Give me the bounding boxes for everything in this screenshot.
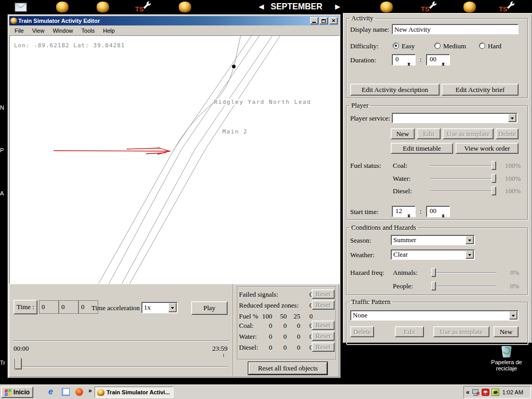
window-train-icon bbox=[10, 18, 17, 24]
menu-tools[interactable]: Tools bbox=[82, 28, 95, 34]
diesel-slider-track[interactable] bbox=[430, 191, 497, 192]
reset-coal-button[interactable]: Reset bbox=[312, 321, 335, 330]
time-hours-box[interactable]: 0 bbox=[39, 300, 59, 314]
difficulty-hard-radio[interactable] bbox=[479, 43, 485, 49]
network-disconnected-icon[interactable]: ✕ bbox=[472, 389, 480, 396]
route-map-canvas[interactable]: Lon: -89.62182 Lat: 39.84281 Ridgley Yar… bbox=[9, 35, 340, 286]
train-app-icon[interactable] bbox=[463, 2, 476, 12]
quick-launch-icon-2[interactable] bbox=[62, 388, 70, 396]
windows-logo-icon bbox=[5, 389, 12, 396]
ts-wrench-icon[interactable]: TS bbox=[421, 1, 436, 12]
play-button[interactable]: Play bbox=[191, 301, 228, 315]
divider bbox=[14, 340, 230, 341]
dropdown-button[interactable] bbox=[508, 114, 516, 122]
start-button[interactable]: Inicio bbox=[1, 387, 33, 398]
recycle-bin[interactable]: Papelera de reciclaje bbox=[483, 344, 530, 371]
dropdown-button[interactable] bbox=[466, 250, 474, 259]
coal-slider-track[interactable] bbox=[430, 165, 497, 166]
difficulty-medium-radio[interactable] bbox=[434, 43, 441, 49]
traffic-legend: Traffic Pattern bbox=[350, 298, 392, 306]
ie-quick-launch-icon[interactable]: e bbox=[48, 387, 53, 396]
people-slider-thumb[interactable] bbox=[431, 282, 436, 290]
reset-reduced-speed-button[interactable]: Reset bbox=[312, 300, 335, 310]
antivirus-icon[interactable]: ☂ bbox=[482, 389, 489, 396]
timeline-slider-thumb[interactable] bbox=[15, 355, 22, 369]
time-acceleration-select[interactable]: 1x bbox=[141, 302, 178, 313]
time-minutes-box[interactable]: 0 bbox=[59, 300, 78, 314]
animals-slider-track[interactable] bbox=[430, 272, 497, 273]
difficulty-easy-radio[interactable] bbox=[393, 43, 399, 49]
water-slider-thumb[interactable] bbox=[491, 174, 496, 183]
people-slider-track[interactable] bbox=[430, 286, 497, 287]
player-edit-button[interactable]: Edit bbox=[417, 128, 441, 139]
calendar-next-arrow[interactable]: ▶ bbox=[335, 3, 340, 10]
chevron-down-icon bbox=[512, 315, 515, 318]
menu-window[interactable]: Window bbox=[52, 28, 73, 34]
minimize-button[interactable] bbox=[310, 17, 318, 24]
spin-down-button[interactable] bbox=[407, 64, 415, 74]
title-bar[interactable]: Train Simulator Activity Editor ✕ bbox=[9, 16, 339, 25]
reset-diesel-button[interactable]: Reset bbox=[312, 342, 335, 352]
mail-icon[interactable] bbox=[15, 3, 27, 12]
ts-wrench-icon[interactable]: TS bbox=[135, 1, 151, 12]
duration-hours-spinner[interactable]: 0 bbox=[392, 54, 416, 65]
quick-launch-overflow-chevron[interactable]: » bbox=[88, 387, 92, 394]
coal-0: 0 bbox=[299, 322, 313, 330]
traffic-groupbox: Traffic Pattern bbox=[346, 298, 528, 344]
clock[interactable]: 1:02 AM bbox=[502, 389, 523, 395]
train-app-icon[interactable] bbox=[56, 2, 69, 12]
dropdown-button[interactable] bbox=[466, 236, 474, 244]
menu-view[interactable]: View bbox=[32, 28, 45, 34]
timeline-start-label: 00:00 bbox=[14, 344, 29, 353]
ts-wrench-icon[interactable]: TS bbox=[499, 1, 514, 12]
player-delete-button[interactable]: Delete bbox=[496, 128, 518, 139]
start-time-hours-spinner[interactable]: 12 bbox=[392, 206, 416, 217]
duration-minutes-spinner[interactable]: 00 bbox=[426, 54, 450, 65]
coal-slider-thumb[interactable] bbox=[491, 161, 496, 170]
edit-activity-brief-button[interactable]: Edit Activity brief bbox=[442, 84, 518, 96]
envelope-icon bbox=[15, 3, 27, 12]
maximize-button[interactable] bbox=[320, 17, 328, 24]
timeline-slider-track[interactable] bbox=[17, 366, 228, 367]
spin-down-button[interactable] bbox=[442, 64, 449, 74]
dropdown-button[interactable] bbox=[509, 311, 517, 320]
traffic-pattern-select[interactable]: None bbox=[350, 310, 518, 321]
traffic-edit-button[interactable]: Edit bbox=[395, 326, 424, 337]
water-slider-track[interactable] bbox=[430, 178, 497, 179]
season-select[interactable]: Summer bbox=[391, 235, 475, 245]
coal-label: Coal: bbox=[393, 162, 407, 170]
difficulty-easy-label: Easy bbox=[402, 42, 415, 50]
reset-water-button[interactable]: Reset bbox=[312, 331, 335, 341]
taskbar: Inicio e » Train Simulator Activi... « ✕… bbox=[0, 384, 532, 399]
traffic-new-button[interactable]: New bbox=[494, 326, 518, 337]
diesel-slider-thumb[interactable] bbox=[491, 187, 496, 195]
animals-slider-thumb[interactable] bbox=[431, 268, 436, 277]
close-button[interactable]: ✕ bbox=[329, 17, 338, 24]
train-app-icon[interactable] bbox=[179, 2, 191, 12]
traffic-delete-button[interactable]: Delete bbox=[350, 326, 374, 337]
menu-help[interactable]: Help bbox=[103, 28, 115, 34]
quick-launch-icon-3[interactable] bbox=[75, 388, 83, 396]
dropdown-button[interactable] bbox=[168, 303, 177, 312]
tray-collapse-chevron[interactable]: « bbox=[466, 389, 470, 396]
display-settings-icon[interactable] bbox=[491, 389, 499, 396]
traffic-use-as-template-button[interactable]: Use as template bbox=[433, 326, 489, 337]
train-app-icon[interactable] bbox=[380, 2, 393, 12]
display-name-input[interactable]: New Activity bbox=[392, 24, 518, 34]
train-app-icon[interactable] bbox=[97, 2, 109, 12]
fuel-col-50: 50 bbox=[273, 312, 287, 321]
edit-timetable-button[interactable]: Edit timetable bbox=[391, 143, 453, 154]
weather-select[interactable]: Clear bbox=[391, 249, 475, 260]
calendar-prev-arrow[interactable]: ◀ bbox=[259, 3, 264, 10]
player-use-as-template-button[interactable]: Use as template bbox=[443, 128, 494, 139]
system-tray: « ✕ ☂ 1:02 AM bbox=[463, 386, 531, 398]
edit-activity-description-button[interactable]: Edit Activity description bbox=[350, 84, 440, 96]
taskbar-button-activity-editor[interactable]: Train Simulator Activi... bbox=[95, 387, 174, 398]
view-work-order-button[interactable]: View work order bbox=[456, 143, 518, 154]
menu-file[interactable]: File bbox=[15, 28, 24, 34]
player-service-select[interactable] bbox=[392, 113, 517, 123]
reset-failed-signals-button[interactable]: Reset bbox=[312, 289, 335, 299]
player-new-button[interactable]: New bbox=[391, 128, 415, 139]
reset-all-fixed-objects-button[interactable]: Reset all fixed objects bbox=[248, 362, 327, 375]
start-time-minutes-spinner[interactable]: 00 bbox=[426, 206, 450, 217]
